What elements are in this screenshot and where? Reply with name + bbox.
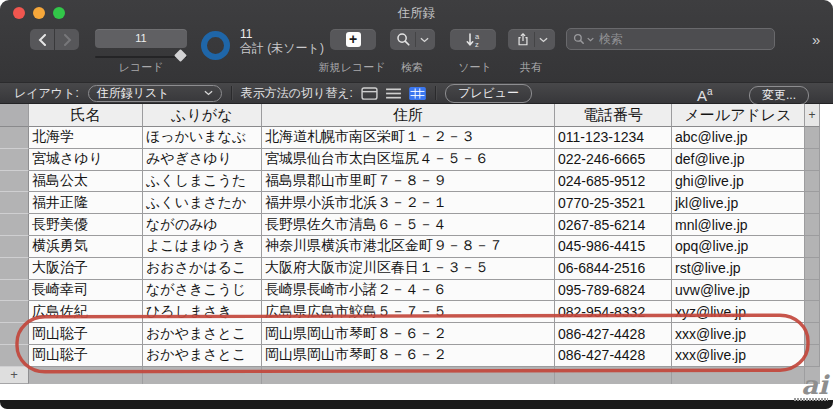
cell-name[interactable]: 長崎幸司 bbox=[29, 280, 143, 302]
cell-address[interactable]: 大阪府大阪市淀川区春日１－３－５ bbox=[262, 258, 555, 280]
table-view-icon-active[interactable] bbox=[409, 87, 426, 100]
cell-kana[interactable]: ふくいまさたか bbox=[143, 192, 262, 214]
cell-kana[interactable]: ながさきこうじ bbox=[143, 280, 262, 302]
cell-email[interactable]: uvw@live.jp bbox=[672, 280, 805, 302]
cell-phone[interactable]: 082-954-8332 bbox=[555, 301, 672, 323]
cell-phone[interactable]: 086-427-4428 bbox=[555, 323, 672, 345]
row-selector[interactable] bbox=[0, 258, 29, 280]
next-record-button[interactable] bbox=[55, 29, 79, 50]
cell-address[interactable]: 神奈川県横浜市港北区金町９－８－７ bbox=[262, 236, 555, 258]
cell-kana[interactable]: ふくしまこうた bbox=[143, 171, 262, 193]
column-header-kana[interactable]: ふりがな bbox=[143, 104, 262, 127]
cell-name[interactable]: 横浜勇気 bbox=[29, 236, 143, 258]
list-view-icon[interactable] bbox=[385, 87, 402, 100]
find-button[interactable] bbox=[390, 29, 435, 50]
app-window: 住所録 11 レコード 11 合計 (未ソート) + 新規レコード bbox=[0, 0, 833, 409]
add-record-button[interactable]: + bbox=[0, 367, 29, 384]
cell-address[interactable]: 北海道札幌市南区栄町１－２－３ bbox=[262, 127, 555, 149]
record-slider-track[interactable] bbox=[95, 56, 187, 58]
new-record-button[interactable]: + bbox=[330, 29, 376, 50]
cell-email[interactable]: abc@live.jp bbox=[672, 127, 805, 149]
formatting-bar-button[interactable]: Aa bbox=[697, 86, 713, 104]
cell-email[interactable]: xxx@live.jp bbox=[672, 345, 805, 367]
cell-email[interactable]: ghi@live.jp bbox=[672, 171, 805, 193]
chevron-down-icon[interactable] bbox=[420, 37, 429, 43]
toolbar-overflow-button[interactable]: » bbox=[812, 31, 819, 48]
cell-email[interactable]: mnl@live.jp bbox=[672, 214, 805, 236]
form-view-icon[interactable] bbox=[361, 87, 378, 100]
modify-button[interactable]: 変更... bbox=[749, 86, 809, 105]
cell-address[interactable]: 長野県佐久市清島６－５－４ bbox=[262, 214, 555, 236]
add-column-button[interactable]: + bbox=[805, 104, 820, 127]
sort-label: ソート bbox=[458, 60, 492, 75]
cell-phone[interactable]: 086-427-4428 bbox=[555, 345, 672, 367]
cell-name[interactable]: 北海学 bbox=[29, 127, 143, 149]
cell-kana[interactable]: おおさかはるこ bbox=[143, 258, 262, 280]
cell-name[interactable]: 岡山聡子 bbox=[29, 345, 143, 367]
cell-email[interactable]: opq@live.jp bbox=[672, 236, 805, 258]
cell-name[interactable]: 長野美優 bbox=[29, 214, 143, 236]
cell-email[interactable]: def@live.jp bbox=[672, 149, 805, 171]
cell-phone[interactable]: 095-789-6824 bbox=[555, 280, 672, 302]
cell-name[interactable]: 岡山聡子 bbox=[29, 323, 143, 345]
cell-phone[interactable]: 06-6844-2516 bbox=[555, 258, 672, 280]
title-bar[interactable]: 住所録 bbox=[0, 0, 833, 22]
layout-select[interactable]: 住所録リスト bbox=[88, 85, 222, 102]
cell-phone[interactable]: 024-685-9512 bbox=[555, 171, 672, 193]
cell-address[interactable]: 宮城県仙台市太白区塩尻４－５－６ bbox=[262, 149, 555, 171]
column-header-email[interactable]: メールアドレス bbox=[672, 104, 805, 127]
column-header-name[interactable]: 氏名 bbox=[29, 104, 143, 127]
row-selector[interactable] bbox=[0, 214, 29, 236]
cell-name[interactable]: 宮城さゆり bbox=[29, 149, 143, 171]
cell-address[interactable]: 広島県広島市鮫島５－７－５ bbox=[262, 301, 555, 323]
cell-kana[interactable]: ながのみゆ bbox=[143, 214, 262, 236]
cell-email[interactable]: jkl@live.jp bbox=[672, 192, 805, 214]
record-slider-thumb[interactable] bbox=[174, 49, 187, 62]
cell-kana[interactable]: ほっかいまなぶ bbox=[143, 127, 262, 149]
row-selector[interactable] bbox=[0, 127, 29, 149]
cell-kana[interactable]: おかやまさとこ bbox=[143, 323, 262, 345]
cell-address[interactable]: 岡山県岡山市琴町８－６－２ bbox=[262, 323, 555, 345]
column-header-phone[interactable]: 電話番号 bbox=[555, 104, 672, 127]
cell-kana[interactable]: よこはまゆうき bbox=[143, 236, 262, 258]
cell-phone[interactable]: 022-246-6665 bbox=[555, 149, 672, 171]
cell-name[interactable]: 広島佐紀 bbox=[29, 301, 143, 323]
cell-address[interactable]: 岡山県岡山市琴町８－６－２ bbox=[262, 345, 555, 367]
cell-address[interactable]: 福島県郡山市里町７－８－９ bbox=[262, 171, 555, 193]
sort-button[interactable]: a z bbox=[450, 29, 496, 50]
cell-phone[interactable]: 0267-85-6214 bbox=[555, 214, 672, 236]
cell-email[interactable]: xxx@live.jp bbox=[672, 323, 805, 345]
row-selector[interactable] bbox=[0, 323, 29, 345]
cell-name[interactable]: 大阪治子 bbox=[29, 258, 143, 280]
cell-name[interactable]: 福島公太 bbox=[29, 171, 143, 193]
cell-address[interactable]: 長崎県長崎市小諸２－４－６ bbox=[262, 280, 555, 302]
row-selector[interactable] bbox=[0, 171, 29, 193]
row-selector[interactable] bbox=[0, 236, 29, 258]
share-button[interactable] bbox=[508, 29, 555, 50]
column-header-address[interactable]: 住所 bbox=[262, 104, 555, 127]
chevron-down-icon[interactable] bbox=[539, 37, 548, 43]
row-selector[interactable] bbox=[0, 345, 29, 367]
cell-kana[interactable]: おかやまさとこ bbox=[143, 345, 262, 367]
cell-phone[interactable]: 045-986-4415 bbox=[555, 236, 672, 258]
cell-email[interactable]: xyz@live.jp bbox=[672, 301, 805, 323]
row-selector[interactable] bbox=[0, 301, 29, 323]
found-set-ring-icon[interactable] bbox=[201, 31, 230, 60]
row-selector[interactable] bbox=[0, 280, 29, 302]
current-record-field[interactable]: 11 bbox=[95, 29, 187, 48]
previous-record-button[interactable] bbox=[30, 29, 54, 50]
table-row: 福井正隆ふくいまさたか福井県小浜市北浜３－２－１0770-25-3521jkl@… bbox=[0, 192, 820, 214]
preview-button[interactable]: プレビュー bbox=[445, 84, 532, 103]
row-selector[interactable] bbox=[0, 192, 29, 214]
cell-name[interactable]: 福井正隆 bbox=[29, 192, 143, 214]
cell-email[interactable]: rst@live.jp bbox=[672, 258, 805, 280]
cell-phone[interactable]: 0770-25-3521 bbox=[555, 192, 672, 214]
selector-column-header[interactable] bbox=[0, 104, 29, 127]
cell-kana[interactable]: ひろしまさき bbox=[143, 301, 262, 323]
quick-search-input[interactable] bbox=[566, 28, 775, 50]
cell-address[interactable]: 福井県小浜市北浜３－２－１ bbox=[262, 192, 555, 214]
cell-phone[interactable]: 011-123-1234 bbox=[555, 127, 672, 149]
cell-kana[interactable]: みやぎさゆり bbox=[143, 149, 262, 171]
split-divider bbox=[415, 32, 416, 47]
row-selector[interactable] bbox=[0, 149, 29, 171]
